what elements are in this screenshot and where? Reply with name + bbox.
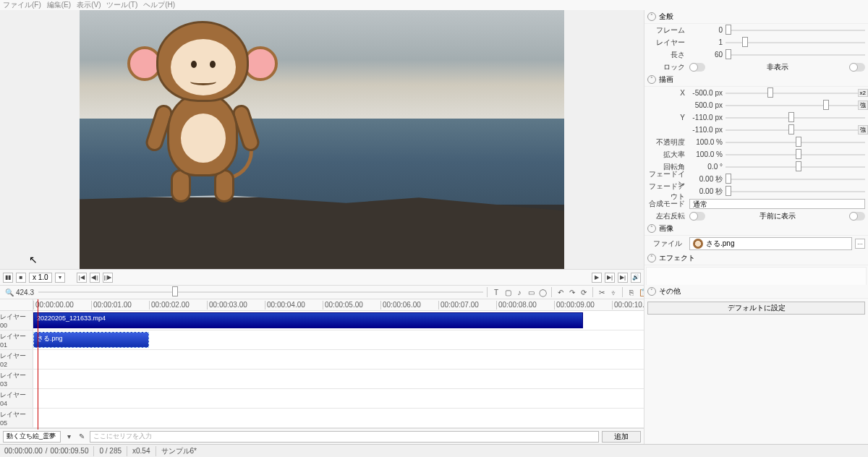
timeline-track[interactable]: 20220205_121633.mp4: [33, 311, 644, 330]
timeline-row[interactable]: レイヤー 01さる.png: [0, 330, 644, 350]
length-slider[interactable]: [726, 54, 865, 56]
preview-monkey-sprite[interactable]: [137, 21, 268, 209]
flip-toggle[interactable]: [689, 212, 705, 221]
scale-value[interactable]: 100.0 %: [689, 150, 726, 158]
timeline-row[interactable]: レイヤー 03: [0, 370, 644, 389]
file-thumb-icon: [693, 239, 703, 249]
timeline-ruler[interactable]: 00:00:00.0000:00:01.0000:00:02.0000:00:0…: [0, 299, 644, 311]
shape-tool-icon[interactable]: ◯: [537, 287, 548, 297]
zoom-slider[interactable]: [38, 291, 483, 293]
speed-display[interactable]: x 1.0: [29, 273, 52, 283]
x-strong-badge[interactable]: 強: [858, 101, 868, 110]
play-button[interactable]: ▶: [592, 273, 602, 283]
rotate-slider[interactable]: [726, 166, 865, 168]
image-tool-icon[interactable]: ▢: [503, 287, 513, 297]
y-slider-1[interactable]: [726, 117, 865, 119]
timeline-row[interactable]: レイヤー 02: [0, 350, 644, 370]
timeline-track[interactable]: [33, 350, 644, 369]
zoom-value[interactable]: 424.3: [16, 289, 34, 296]
section-other[interactable]: ˅その他: [644, 285, 868, 299]
fadein-value[interactable]: 0.00 秒: [689, 174, 726, 184]
fadeout-slider[interactable]: [726, 191, 865, 192]
clip-image[interactable]: さる.png: [33, 332, 149, 348]
hide-toggle[interactable]: [849, 63, 865, 72]
effect-list[interactable]: [646, 267, 867, 285]
section-effect[interactable]: ˄エフェクト: [644, 252, 868, 265]
fadeout-value[interactable]: 0.00 秒: [689, 187, 726, 197]
front-toggle[interactable]: [849, 212, 865, 221]
timeline-track[interactable]: [33, 389, 644, 408]
timeline-row[interactable]: レイヤー 05: [0, 409, 644, 428]
skip-end-button[interactable]: ▶|: [618, 273, 628, 283]
scale-slider[interactable]: [726, 154, 865, 155]
undo-icon[interactable]: ↶: [556, 287, 566, 297]
opacity-slider[interactable]: [726, 142, 865, 143]
preview-canvas[interactable]: [80, 10, 564, 269]
blend-select[interactable]: 通常: [689, 199, 865, 209]
cut-icon[interactable]: ✂: [597, 287, 607, 297]
menu-file[interactable]: ファイル(F): [3, 0, 41, 10]
char-dropdown-icon[interactable]: ▾: [64, 432, 74, 442]
video-tool-icon[interactable]: ▭: [526, 287, 536, 297]
x-value-2[interactable]: 500.0 px: [689, 101, 726, 109]
y-strong-badge[interactable]: 強: [858, 125, 868, 134]
clip-video[interactable]: 20220205_121633.mp4: [33, 312, 583, 328]
y-value-1[interactable]: -110.0 px: [689, 114, 726, 121]
timeline-track[interactable]: [33, 409, 644, 427]
frame-value[interactable]: 0: [689, 26, 726, 34]
menu-help[interactable]: ヘルプ(H): [143, 0, 175, 10]
timeline-track[interactable]: さる.png: [33, 330, 644, 349]
refresh-icon[interactable]: ⟳: [579, 287, 589, 297]
lock-toggle[interactable]: [689, 63, 705, 72]
set-default-button[interactable]: デフォルトに設定: [647, 302, 865, 315]
layer-label[interactable]: レイヤー 05: [0, 409, 33, 427]
layer-value[interactable]: 1: [689, 38, 726, 46]
y-value-2[interactable]: -110.0 px: [689, 126, 726, 134]
timeline-track[interactable]: [33, 370, 644, 388]
layer-slider[interactable]: [726, 42, 865, 43]
length-value[interactable]: 60: [689, 51, 726, 59]
redo-icon[interactable]: ↷: [567, 287, 577, 297]
timeline-row[interactable]: レイヤー 0020220205_121633.mp4: [0, 311, 644, 330]
menu-edit[interactable]: 編集(E): [47, 0, 71, 10]
frame-slider[interactable]: [726, 30, 865, 31]
file-field[interactable]: さる.png: [689, 237, 852, 250]
speed-down-button[interactable]: ▾: [55, 273, 65, 283]
x-slider-2[interactable]: [726, 105, 865, 106]
split-icon[interactable]: ⎀: [608, 287, 618, 297]
char-settings-icon[interactable]: ✎: [77, 432, 87, 442]
audio-tool-icon[interactable]: ♪: [514, 287, 524, 297]
menu-tools[interactable]: ツール(T): [106, 0, 137, 10]
layer-label[interactable]: レイヤー 02: [0, 350, 33, 369]
section-draw[interactable]: ˄描画: [644, 73, 868, 87]
copy-icon[interactable]: ⎘: [626, 287, 637, 297]
section-image[interactable]: ˄画像: [644, 222, 868, 236]
audio-button[interactable]: 🔊: [631, 273, 641, 283]
rotate-value[interactable]: 0.0 °: [689, 163, 726, 171]
character-select[interactable]: 動く立ち絵_霊夢: [3, 431, 61, 443]
section-general[interactable]: ˄全般: [644, 10, 868, 24]
x-slider-1[interactable]: [726, 93, 865, 94]
fadein-slider[interactable]: [726, 179, 865, 180]
opacity-value[interactable]: 100.0 %: [689, 138, 726, 146]
layer-label[interactable]: レイヤー 04: [0, 389, 33, 408]
zoom-icon[interactable]: 🔍: [4, 287, 14, 297]
menu-view[interactable]: 表示(V): [77, 0, 101, 10]
x-link-badge[interactable]: x2: [858, 89, 868, 97]
step-back-button[interactable]: ◀||: [90, 273, 100, 283]
y-slider-2[interactable]: [726, 129, 865, 131]
frame-fwd-button[interactable]: ▶|: [605, 273, 615, 283]
layer-label[interactable]: レイヤー 01: [0, 330, 33, 349]
dialogue-input[interactable]: ここにセリフを入力: [90, 431, 599, 443]
file-browse-button[interactable]: ⋯: [855, 239, 865, 249]
text-tool-icon[interactable]: T: [491, 287, 501, 297]
skip-start-button[interactable]: |◀: [77, 273, 87, 283]
layer-label[interactable]: レイヤー 03: [0, 370, 33, 388]
step-fwd-button[interactable]: ||▶: [103, 273, 113, 283]
x-value-1[interactable]: -500.0 px: [689, 89, 726, 97]
stop-button[interactable]: ■: [16, 273, 26, 283]
pause-button[interactable]: ▮▮: [3, 273, 13, 283]
add-dialogue-button[interactable]: 追加: [602, 431, 641, 443]
timeline-row[interactable]: レイヤー 04: [0, 389, 644, 409]
layer-label[interactable]: レイヤー 00: [0, 311, 33, 330]
